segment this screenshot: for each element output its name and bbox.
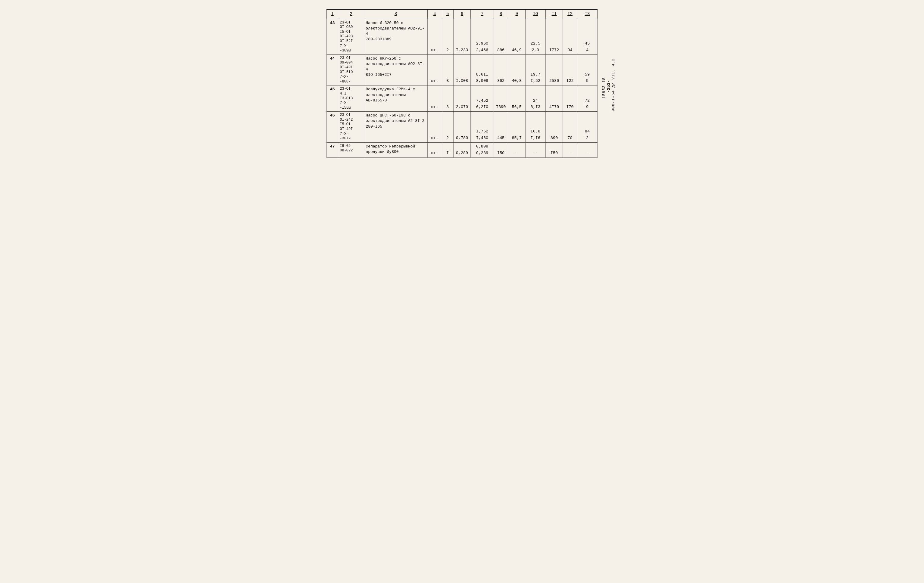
row-id: 43 bbox=[327, 19, 338, 55]
header-col3: 8 bbox=[364, 9, 427, 19]
header-col8: 8 bbox=[493, 9, 508, 19]
page-wrapper: I 2 8 4 5 6 7 8 9 IO II I2 I3 4323-OI OI… bbox=[317, 6, 607, 167]
side-label-bottom: 15853-18 bbox=[602, 74, 606, 99]
row-col5: B bbox=[442, 54, 453, 86]
table-row: 4323-OI OI-OB9 I5-OI OI-493 OI-52I 7-У- … bbox=[327, 19, 597, 55]
row-col8: I390 bbox=[493, 86, 508, 112]
table-row: 47I9-05 08-022Сепаратор непрерывной прод… bbox=[327, 142, 597, 157]
row-col11: 890 bbox=[545, 112, 563, 143]
header-col13: I3 bbox=[577, 9, 597, 19]
row-col5: 2 bbox=[442, 112, 453, 143]
row-unit: шт. bbox=[427, 54, 442, 86]
row-col8: 445 bbox=[493, 112, 508, 143]
side-labels: 908-I-54 дл.VII, ч.2 -253- 15853-18 bbox=[602, 6, 615, 167]
row-col6: 2,070 bbox=[453, 86, 470, 112]
row-id: 44 bbox=[327, 54, 338, 86]
row-col9: 85,I bbox=[508, 112, 525, 143]
row-col5: 2 bbox=[442, 19, 453, 55]
row-col7: 7,4526,2IO bbox=[471, 86, 494, 112]
row-codes: 23-OI OI-OB9 I5-OI OI-493 OI-52I 7-У- -3… bbox=[338, 19, 364, 55]
row-name: Насос Д-320-50 с электродвигателем АО2-9… bbox=[364, 19, 427, 55]
row-col5: 8 bbox=[442, 86, 453, 112]
row-col9: 40,8 bbox=[508, 54, 525, 86]
row-col7: 2,9602,466 bbox=[471, 19, 494, 55]
row-unit: шт. bbox=[427, 142, 442, 157]
side-label-top: 908-I-54 дл.VII, ч.2 bbox=[611, 58, 615, 114]
row-col9: — bbox=[508, 142, 525, 157]
header-col12: I2 bbox=[563, 9, 578, 19]
header-col1: I bbox=[327, 9, 338, 19]
row-col6: I,008 bbox=[453, 54, 470, 86]
row-col10: I9,7I,52 bbox=[525, 54, 545, 86]
row-col11: 2586 bbox=[545, 54, 563, 86]
row-col13: — bbox=[577, 142, 597, 157]
row-id: 47 bbox=[327, 142, 338, 157]
row-codes: 23-OI 09-004 OI-49I OI-5I0 7-У- -808· bbox=[338, 54, 364, 86]
row-unit: шт. bbox=[427, 19, 442, 55]
table-row: 4423-OI 09-004 OI-49I OI-5I0 7-У- -808·Н… bbox=[327, 54, 597, 86]
row-col11: I772 bbox=[545, 19, 563, 55]
row-codes: 23-OI ч.I I3-OI3 7-У- -I55м bbox=[338, 86, 364, 112]
row-col11: 4I70 bbox=[545, 86, 563, 112]
row-col10: I6,8I,I6 bbox=[525, 112, 545, 143]
row-col8: 886 bbox=[493, 19, 508, 55]
side-label-mid: -253- bbox=[606, 80, 611, 93]
row-col6: 0,289 bbox=[453, 142, 470, 157]
row-col8: I50 bbox=[493, 142, 508, 157]
row-col10: 248,I3 bbox=[525, 86, 545, 112]
row-col12: I70 bbox=[563, 86, 578, 112]
table-row: 4523-OI ч.I I3-OI3 7-У- -I55мВоздуходувк… bbox=[327, 86, 597, 112]
row-col13: 729 bbox=[577, 86, 597, 112]
row-col11: I50 bbox=[545, 142, 563, 157]
header-col6: 6 bbox=[453, 9, 470, 19]
header-col2: 2 bbox=[338, 9, 364, 19]
row-col6: I,233 bbox=[453, 19, 470, 55]
row-codes: 23-OI OI-242 I5-OI OI-49I 7-У- -307и bbox=[338, 112, 364, 143]
main-table: I 2 8 4 5 6 7 8 9 IO II I2 I3 4323-OI OI… bbox=[327, 9, 597, 158]
row-col6: 0,780 bbox=[453, 112, 470, 143]
row-col12: I22 bbox=[563, 54, 578, 86]
row-name: Насос ЦНСТ-60-I98 с электродвигателем А2… bbox=[364, 112, 427, 143]
row-col9: 46,9 bbox=[508, 19, 525, 55]
row-col13: 454 bbox=[577, 19, 597, 55]
row-col13: 842 bbox=[577, 112, 597, 143]
header-col4: 4 bbox=[427, 9, 442, 19]
row-col7: I,752I,460 bbox=[471, 112, 494, 143]
header-col9: 9 bbox=[508, 9, 525, 19]
row-col13: 595 bbox=[577, 54, 597, 86]
row-name: Воздуходувка ГРМК-4 с электродвигателем … bbox=[364, 86, 427, 112]
row-unit: шт. bbox=[427, 112, 442, 143]
row-name: Насос НКУ-250 с электродвигателем АО2-8I… bbox=[364, 54, 427, 86]
row-col7: 0,8080,289 bbox=[471, 142, 494, 157]
row-unit: шт. bbox=[427, 86, 442, 112]
row-col8: 862 bbox=[493, 54, 508, 86]
header-col11: II bbox=[545, 9, 563, 19]
row-col12: 70 bbox=[563, 112, 578, 143]
row-col5: I bbox=[442, 142, 453, 157]
row-col9: 56,5 bbox=[508, 86, 525, 112]
row-col12: 94 bbox=[563, 19, 578, 55]
row-id: 46 bbox=[327, 112, 338, 143]
header-col5: 5 bbox=[442, 9, 453, 19]
row-col10: — bbox=[525, 142, 545, 157]
header-col7: 7 bbox=[471, 9, 494, 19]
row-col12: — bbox=[563, 142, 578, 157]
header-col10: IO bbox=[525, 9, 545, 19]
row-codes: I9-05 08-022 bbox=[338, 142, 364, 157]
row-col10: 22,52,0 bbox=[525, 19, 545, 55]
row-name: Сепаратор непрерывной продувки Ду800 bbox=[364, 142, 427, 157]
row-id: 45 bbox=[327, 86, 338, 112]
row-col7: 8,6II8,009 bbox=[471, 54, 494, 86]
table-row: 4623-OI OI-242 I5-OI OI-49I 7-У- -307иНа… bbox=[327, 112, 597, 143]
